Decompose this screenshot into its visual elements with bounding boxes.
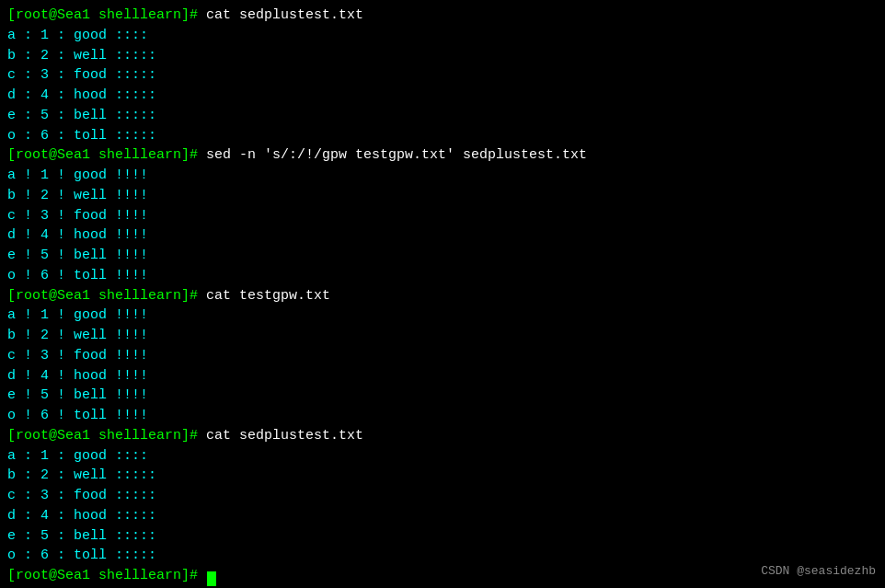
prompt-1: [root@Sea1 shelllearn]# <box>7 7 198 23</box>
line-16: a ! 1 ! good !!!! <box>7 306 878 326</box>
line-27: e : 5 : bell ::::: <box>7 526 878 547</box>
terminal-output: [root@Sea1 shelllearn]# cat sedplustest.… <box>7 6 878 586</box>
line-28: o : 6 : toll ::::: <box>7 546 878 566</box>
line-4: c : 3 : food ::::: <box>7 65 878 86</box>
cmd-4: cat sedplustest.txt <box>198 428 363 444</box>
line-29: [root@Sea1 shelllearn]# <box>7 566 878 586</box>
line-15: [root@Sea1 shelllearn]# cat testgpw.txt <box>7 286 878 306</box>
line-1: [root@Sea1 shelllearn]# cat sedplustest.… <box>7 6 878 26</box>
prompt-5: [root@Sea1 shelllearn]# <box>7 568 198 583</box>
cmd-5 <box>198 568 206 583</box>
line-6: e : 5 : bell ::::: <box>7 106 878 126</box>
line-7: o : 6 : toll ::::: <box>7 126 878 146</box>
line-12: d ! 4 ! hood !!!! <box>7 225 878 246</box>
watermark: CSDN @seasidezhb <box>761 563 876 581</box>
line-14: o ! 6 ! toll !!!! <box>7 266 878 286</box>
line-9: a ! 1 ! good !!!! <box>7 166 878 186</box>
line-25: c : 3 : food ::::: <box>7 486 878 506</box>
line-26: d : 4 : hood ::::: <box>7 506 878 526</box>
prompt-4: [root@Sea1 shelllearn]# <box>7 428 198 444</box>
cmd-2: sed -n 's/:/!/gpw testgpw.txt' sedpluste… <box>198 147 587 163</box>
terminal-window: [root@Sea1 shelllearn]# cat sedplustest.… <box>0 0 885 588</box>
line-3: b : 2 : well ::::: <box>7 46 878 66</box>
line-5: d : 4 : hood ::::: <box>7 86 878 106</box>
terminal-cursor <box>207 571 216 586</box>
line-17: b ! 2 ! well !!!! <box>7 326 878 346</box>
line-24: b : 2 : well ::::: <box>7 466 878 486</box>
line-19: d ! 4 ! hood !!!! <box>7 366 878 386</box>
line-22: [root@Sea1 shelllearn]# cat sedplustest.… <box>7 426 878 446</box>
line-10: b ! 2 ! well !!!! <box>7 186 878 206</box>
cmd-3: cat testgpw.txt <box>198 288 330 304</box>
cmd-1: cat sedplustest.txt <box>198 7 363 23</box>
line-2: a : 1 : good :::: <box>7 26 878 46</box>
line-13: e ! 5 ! bell !!!! <box>7 246 878 266</box>
line-8: [root@Sea1 shelllearn]# sed -n 's/:/!/gp… <box>7 145 878 166</box>
line-23: a : 1 : good :::: <box>7 446 878 467</box>
line-21: o ! 6 ! toll !!!! <box>7 406 878 426</box>
prompt-2: [root@Sea1 shelllearn]# <box>7 147 198 163</box>
line-11: c ! 3 ! food !!!! <box>7 206 878 226</box>
prompt-3: [root@Sea1 shelllearn]# <box>7 288 198 304</box>
line-18: c ! 3 ! food !!!! <box>7 346 878 366</box>
line-20: e ! 5 ! bell !!!! <box>7 386 878 406</box>
